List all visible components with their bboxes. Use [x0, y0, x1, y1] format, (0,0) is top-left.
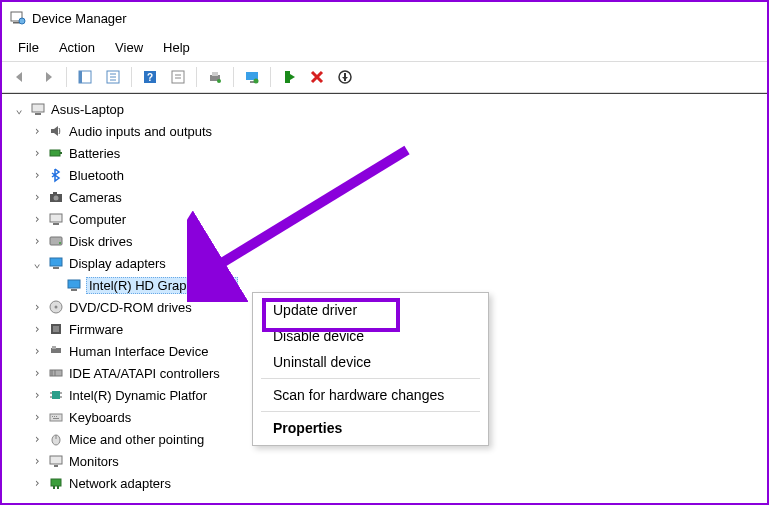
tree-item-label: Bluetooth	[68, 168, 124, 183]
update-driver-icon[interactable]	[240, 65, 264, 89]
tree-item-computer[interactable]: ›Computer	[2, 208, 767, 230]
menu-view[interactable]: View	[105, 36, 153, 59]
svg-rect-4	[79, 71, 82, 83]
tree-item-bluetooth[interactable]: ›Bluetooth	[2, 164, 767, 186]
chevron-right-icon[interactable]: ›	[30, 168, 44, 182]
menu-bar: File Action View Help	[2, 34, 767, 61]
chevron-right-icon[interactable]: ›	[30, 124, 44, 138]
keyboard-icon	[48, 409, 64, 425]
ctx-uninstall-device[interactable]: Uninstall device	[253, 349, 488, 375]
chevron-right-icon[interactable]: ›	[30, 366, 44, 380]
show-all-button[interactable]	[73, 65, 97, 89]
svg-rect-59	[54, 465, 58, 467]
menu-action[interactable]: Action	[49, 36, 105, 59]
chevron-right-icon[interactable]: ›	[30, 190, 44, 204]
tree-item-label: Mice and other pointing	[68, 432, 204, 447]
audio-icon	[48, 123, 64, 139]
chevron-right-icon[interactable]: ›	[30, 146, 44, 160]
svg-point-19	[254, 79, 259, 84]
menu-help[interactable]: Help	[153, 36, 200, 59]
toolbar-separator	[66, 67, 67, 87]
chevron-right-icon[interactable]: ›	[30, 300, 44, 314]
ctx-scan-hardware[interactable]: Scan for hardware changes	[253, 382, 488, 408]
chevron-down-icon[interactable]: ⌄	[30, 256, 44, 270]
tree-item-audio[interactable]: ›Audio inputs and outputs	[2, 120, 767, 142]
computer-icon	[48, 211, 64, 227]
tree-item-label: Audio inputs and outputs	[68, 124, 212, 139]
chevron-right-icon[interactable]: ›	[30, 234, 44, 248]
mouse-icon	[48, 431, 64, 447]
tree-item-label: Cameras	[68, 190, 122, 205]
svg-rect-22	[32, 104, 44, 112]
chevron-down-icon[interactable]: ⌄	[12, 102, 26, 116]
ctx-separator	[261, 411, 480, 412]
scan-button[interactable]	[333, 65, 357, 89]
ctx-separator	[261, 378, 480, 379]
tree-item-label: Firmware	[68, 322, 123, 337]
toolbar-separator	[196, 67, 197, 87]
help-button[interactable]	[101, 65, 125, 89]
network-icon	[48, 475, 64, 491]
properties-button[interactable]	[166, 65, 190, 89]
annotation-highlight	[262, 298, 400, 332]
chevron-right-icon[interactable]: ›	[30, 432, 44, 446]
svg-rect-34	[53, 267, 59, 269]
svg-rect-11	[172, 71, 184, 83]
tree-item-disk[interactable]: ›Disk drives	[2, 230, 767, 252]
chevron-right-icon[interactable]: ›	[30, 454, 44, 468]
tree-item-network[interactable]: ›Network adapters	[2, 472, 767, 494]
computer-icon	[30, 101, 46, 117]
forward-button[interactable]	[36, 65, 60, 89]
chevron-right-icon[interactable]: ›	[30, 322, 44, 336]
tree-item-label: Intel(R) Dynamic Platfor	[68, 388, 207, 403]
tree-item-label: Disk drives	[68, 234, 133, 249]
svg-point-32	[59, 242, 61, 244]
tree-item-cameras[interactable]: ›Cameras	[2, 186, 767, 208]
uninstall-button[interactable]	[305, 65, 329, 89]
toolbar-separator	[270, 67, 271, 87]
app-icon	[10, 10, 26, 26]
svg-rect-51	[50, 414, 62, 421]
chevron-right-icon[interactable]: ›	[30, 476, 44, 490]
help2-button[interactable]: ?	[138, 65, 162, 89]
svg-point-38	[55, 306, 58, 309]
svg-text:?: ?	[147, 72, 153, 83]
svg-rect-40	[53, 326, 59, 332]
chevron-right-icon[interactable]: ›	[30, 344, 44, 358]
firmware-icon	[48, 321, 64, 337]
disk-icon	[48, 233, 64, 249]
ctx-properties[interactable]: Properties	[253, 415, 488, 441]
svg-rect-54	[56, 416, 57, 417]
menu-file[interactable]: File	[8, 36, 49, 59]
print-icon[interactable]	[203, 65, 227, 89]
enable-button[interactable]	[277, 65, 301, 89]
tree-item-batteries[interactable]: ›Batteries	[2, 142, 767, 164]
svg-point-16	[217, 79, 221, 83]
tree-item-label: Display adapters	[68, 256, 166, 271]
svg-rect-52	[52, 416, 53, 417]
display-icon	[66, 277, 82, 293]
back-button[interactable]	[8, 65, 32, 89]
tree-item-label: Network adapters	[68, 476, 171, 491]
svg-rect-61	[53, 486, 55, 489]
svg-rect-62	[57, 486, 59, 489]
svg-rect-33	[50, 258, 62, 266]
svg-rect-35	[68, 280, 80, 288]
tree-item-label: IDE ATA/ATAPI controllers	[68, 366, 220, 381]
hid-icon	[48, 343, 64, 359]
chevron-right-icon[interactable]: ›	[30, 212, 44, 226]
display-icon	[48, 255, 64, 271]
toolbar-separator	[131, 67, 132, 87]
tree-item-display[interactable]: ⌄Display adapters	[2, 252, 767, 274]
bluetooth-icon	[48, 167, 64, 183]
chevron-right-icon[interactable]: ›	[30, 410, 44, 424]
svg-rect-15	[212, 72, 218, 76]
svg-point-27	[54, 196, 59, 201]
tree-item-label: Monitors	[68, 454, 119, 469]
tree-item-label: Batteries	[68, 146, 120, 161]
tree-item-monitors[interactable]: ›Monitors	[2, 450, 767, 472]
svg-rect-18	[250, 81, 254, 83]
toolbar: ?	[2, 61, 767, 93]
tree-root[interactable]: ⌄ Asus-Laptop	[2, 98, 767, 120]
chevron-right-icon[interactable]: ›	[30, 388, 44, 402]
